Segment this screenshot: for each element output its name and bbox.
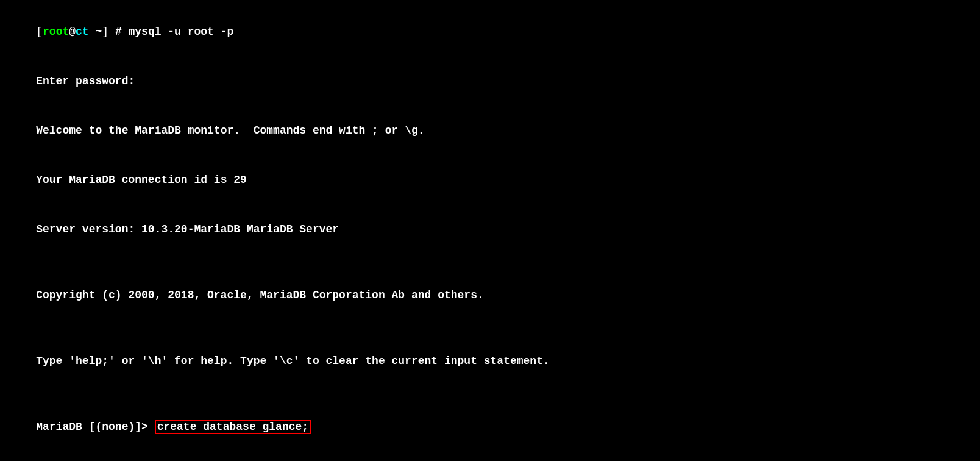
bracket-open: [ xyxy=(36,26,43,38)
line-help: Type 'help;' or '\h' for help. Type '\c'… xyxy=(10,337,970,386)
line-4: Your MariaDB connection id is 29 xyxy=(10,155,970,205)
create-db-cmd: create database glance; xyxy=(155,420,311,434)
line-5: Server version: 10.3.20-MariaDB MariaDB … xyxy=(10,205,970,254)
prompt-at: @ xyxy=(69,26,76,38)
welcome-text: Welcome to the MariaDB monitor. Commands… xyxy=(36,124,424,137)
help-text: Type 'help;' or '\h' for help. Type '\c'… xyxy=(36,355,550,367)
line-query-ok-1: Query OK, 1 row affected (0.001 sec) xyxy=(10,452,970,461)
line-create-db: MariaDB [(none)]> create database glance… xyxy=(10,402,970,452)
server-version-text: Server version: 10.3.20-MariaDB MariaDB … xyxy=(36,223,339,235)
enter-password-text: Enter password: xyxy=(36,75,135,87)
terminal-window: [root@ct ~] # mysql -u root -p Enter pas… xyxy=(10,7,970,461)
blank-2 xyxy=(10,320,970,337)
prompt-user: root xyxy=(43,26,69,38)
mariadb-prompt-1: MariaDB [(none)]> xyxy=(36,421,154,433)
copyright-text: Copyright (c) 2000, 2018, Oracle, MariaD… xyxy=(36,289,484,301)
line-1: [root@ct ~] # mysql -u root -p xyxy=(10,7,970,57)
bracket-close: ] xyxy=(102,26,108,38)
prompt-host: ct xyxy=(76,26,89,38)
connection-text: Your MariaDB connection id is 29 xyxy=(36,174,247,186)
blank-1 xyxy=(10,254,970,271)
line-3: Welcome to the MariaDB monitor. Commands… xyxy=(10,106,970,155)
blank-3 xyxy=(10,386,970,402)
prompt-hash: # xyxy=(108,26,128,38)
line-copyright: Copyright (c) 2000, 2018, Oracle, MariaD… xyxy=(10,271,970,320)
prompt-space: ~ xyxy=(89,26,102,38)
line-2: Enter password: xyxy=(10,57,970,106)
cmd-text: mysql -u root -p xyxy=(129,26,234,38)
